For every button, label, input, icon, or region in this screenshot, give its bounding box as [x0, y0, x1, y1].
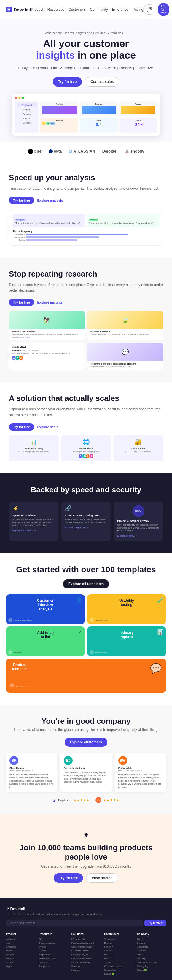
social-title: You're in good company: [6, 717, 166, 726]
footer-link-academy[interactable]: Dovetail Academy: [137, 961, 166, 964]
logos-section: p pier okta ⬡ ATLASSIAN Deloitte. ⛪ shop…: [0, 142, 172, 161]
security-card-1-link[interactable]: Explore automation →: [13, 529, 55, 532]
avatar-3: C: [19, 356, 24, 360]
footer-link-ux[interactable]: UX research: [71, 938, 101, 940]
footer-link-comm-forum4[interactable]: Forum D: [104, 957, 133, 960]
nav-link-pricing[interactable]: Pricing: [132, 8, 143, 11]
footer-link-docs[interactable]: Documentation: [39, 942, 68, 944]
nav-link-customers[interactable]: Customers: [68, 8, 86, 11]
footer-link-comp-changelog[interactable]: Changelog: [137, 965, 166, 967]
footer-col-community-title: Community: [104, 932, 133, 935]
footer-link-ask[interactable]: Ask: [6, 942, 35, 944]
insight-card-4: 💬 Researchers are under constant time pr…: [87, 343, 163, 370]
footer-link-market[interactable]: Market research: [71, 950, 101, 952]
footer-link-updates[interactable]: Product updates: [39, 957, 68, 960]
security-card-2-text: Surface insights in the tools your teamm…: [65, 518, 107, 524]
template-label-1: Customer interview tool: [14, 619, 32, 621]
footer-link-about[interactable]: About: [137, 938, 166, 940]
footer-link-security[interactable]: Security: [137, 957, 166, 960]
footer-link-comm-forum3[interactable]: Forum C: [104, 953, 133, 956]
feature-scale-try-btn[interactable]: Try for free: [9, 423, 34, 431]
footer-link-recruit[interactable]: Recruit: [6, 961, 35, 964]
mockup-sidebar-item-3[interactable]: Analysis: [17, 112, 37, 116]
login-button[interactable]: Log in: [143, 5, 155, 14]
footer-col-solutions-title: Solutions: [71, 932, 101, 935]
nav-link-resources[interactable]: Resources: [47, 8, 64, 11]
footer-link-comm-events[interactable]: Events: [104, 942, 133, 944]
join-try-button[interactable]: Try for free: [54, 873, 83, 883]
join-pricing-button[interactable]: View pricing: [86, 873, 118, 883]
footer-link-careers[interactable]: Careers ✦: [137, 942, 166, 944]
testimonial-1: SF Sheri Flancon Head of Design Research…: [6, 752, 57, 793]
footer-link-comp-status[interactable]: Status 🟢: [137, 969, 166, 971]
feature-scale-explore-btn[interactable]: Explore scale: [37, 425, 58, 429]
footer-link-comm-forum2[interactable]: Forum B: [104, 950, 133, 952]
mockup-card-2-title: Insights: [82, 103, 116, 105]
footer-link-login[interactable]: Log in: [6, 965, 35, 967]
scale-title-3: Compliance: [116, 447, 160, 450]
hero-try-button[interactable]: Try for free: [53, 77, 82, 86]
footer-link-comm-forum1[interactable]: Forum A: [104, 945, 133, 948]
footer-link-import[interactable]: Import: [6, 950, 35, 952]
mockup-sidebar-item-5[interactable]: Settings: [17, 121, 37, 125]
footer-email-input[interactable]: [6, 920, 143, 926]
footer-link-events[interactable]: Events: [39, 945, 68, 948]
footer-link-comm-teams[interactable]: Teams: [104, 961, 133, 964]
footer-email-button[interactable]: Try for free: [144, 920, 166, 926]
footer-link-channels[interactable]: Channels: [6, 945, 35, 948]
security-card-3-link[interactable]: Explore security →: [117, 535, 159, 537]
footer-col-product-title: Product: [6, 932, 35, 935]
footer-link-partners[interactable]: Partners: [137, 950, 166, 952]
footer-link-templates[interactable]: Templates: [39, 965, 68, 967]
feature-analysis-btns: Try for free Explore analysis: [9, 197, 163, 204]
feature-scale-btns: Try for free Explore scale: [9, 423, 163, 431]
footer-link-status[interactable]: Status 🟢: [104, 972, 133, 975]
footer-link-customers[interactable]: Customers: [137, 945, 166, 948]
footer-link-sol-analysis[interactable]: Analysis: [71, 969, 101, 971]
security-card-2-link[interactable]: Explore integrations →: [65, 526, 107, 529]
mockup-sidebar-item-2[interactable]: Insights: [17, 108, 37, 111]
security-card-3-title: Protect customer privacy: [117, 519, 159, 522]
feature-research-explore-btn[interactable]: Explore insights: [37, 301, 63, 304]
footer-link-changelog[interactable]: Changelog: [104, 969, 133, 971]
insight-card-3-body: 📖 128 views Alice Yeoh, in a 1hr intervi…: [9, 343, 85, 363]
feature-analysis-try-btn[interactable]: Try for free: [9, 197, 34, 204]
footer-link-product-disc[interactable]: Product discovery: [71, 961, 101, 964]
footer-link-comm-templates[interactable]: Templates: [104, 938, 133, 940]
nav-logo[interactable]: Dovetail: [6, 6, 31, 13]
security-card-1-text: Surface customer understanding across yo…: [13, 518, 55, 527]
nav-link-community[interactable]: Community: [90, 8, 108, 11]
footer-link-projects[interactable]: Projects: [6, 957, 35, 960]
footer-link-help[interactable]: Help center: [39, 953, 68, 956]
feature-research-try-btn[interactable]: Try for free: [9, 299, 34, 306]
footer-link-blog[interactable]: Blog: [39, 938, 68, 940]
try-button[interactable]: Try for free: [158, 3, 169, 16]
capterra-symbol: ▲: [52, 798, 56, 802]
footer-link-comm-research[interactable]: Customer research: [104, 965, 133, 967]
nav-link-enterprise[interactable]: Enterprise: [112, 8, 128, 11]
nav-link-product[interactable]: Product: [31, 8, 43, 11]
capterra-stars: ★★★★★: [73, 798, 90, 802]
footer-link-roadmap[interactable]: Roadmap: [39, 961, 68, 964]
footer-link-product-dev[interactable]: Product development: [71, 942, 101, 944]
testimonial-2-text: I have been using Dovetail and everythin…: [64, 771, 108, 784]
feature-analysis-explore-btn[interactable]: Explore analysis: [37, 199, 63, 202]
mockup-sidebar-item-4[interactable]: Reports: [17, 116, 37, 121]
hero-contact-button[interactable]: Contact sales: [85, 77, 119, 86]
mockup-sidebar-item-1[interactable]: Dashboard: [17, 103, 37, 107]
explore-all-templates-button[interactable]: Explore all templates: [63, 579, 109, 589]
footer-link-customer-disc[interactable]: Customer discovery: [71, 945, 101, 948]
footer-link-guides[interactable]: Guides: [39, 950, 68, 952]
footer-link-surveys[interactable]: Surveys: [71, 965, 101, 967]
footer-col-company: Company About Careers ✦ Customers Partne…: [137, 932, 166, 977]
explore-customers-button[interactable]: Explore customers: [65, 738, 107, 746]
security-card-3-text: We're committed to enterprise grade secu…: [117, 523, 159, 532]
footer-link-customer-research[interactable]: Customer research: [71, 957, 101, 960]
chart-bar-3: Pricing: [13, 239, 159, 241]
footer-link-press[interactable]: Press: [137, 953, 166, 956]
logo-atlassian-name: ATLASSIAN: [73, 149, 95, 153]
footer-link-data[interactable]: Data & analytics: [71, 953, 101, 956]
footer-link-analysis[interactable]: Analysis: [6, 938, 35, 940]
template-label-4: Industry reports: [95, 651, 107, 653]
footer-link-insights[interactable]: Insights: [6, 953, 35, 956]
